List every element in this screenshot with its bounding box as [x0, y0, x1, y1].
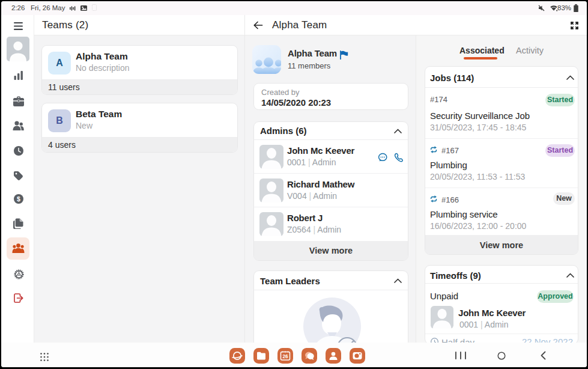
svg-text:26: 26 — [282, 354, 288, 359]
svg-text:$: $ — [17, 195, 20, 203]
